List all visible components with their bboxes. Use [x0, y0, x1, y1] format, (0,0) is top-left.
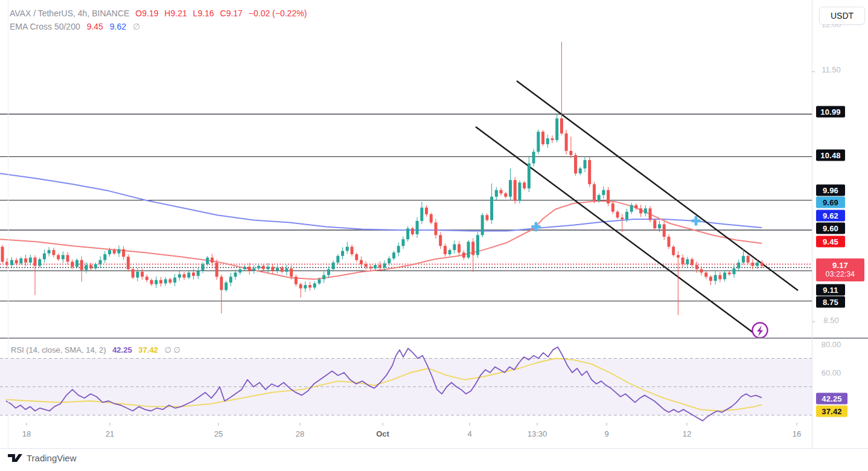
tradingview-logo-icon [7, 452, 23, 464]
candle-body [173, 278, 176, 283]
candle-body [649, 208, 652, 220]
candle-body [243, 267, 246, 269]
ema-cross-marker-icon [535, 222, 538, 231]
currency-toggle-label: USDT [831, 11, 854, 21]
candle-body [425, 208, 428, 214]
candle-body [718, 275, 721, 280]
candle-body [509, 180, 512, 197]
currency-toggle-button[interactable]: USDT [819, 7, 865, 25]
candle-body [663, 224, 666, 237]
candle-body [448, 250, 452, 254]
candle-body [71, 261, 74, 266]
candle-body [388, 258, 391, 263]
candle-body [621, 217, 624, 219]
candle-body [444, 246, 447, 254]
candle-body [19, 258, 22, 263]
candle-body [304, 285, 307, 289]
candle-body [145, 277, 148, 280]
ema-200-line[interactable] [0, 173, 762, 231]
candle-body [75, 260, 78, 267]
candle-body [187, 272, 190, 277]
candle-body [574, 155, 577, 173]
candle-body [113, 250, 116, 254]
candle-body [672, 247, 675, 255]
rsi-legend[interactable]: RSI (14, close, SMA, 14, 2) 42.25 37.42 … [11, 345, 185, 354]
candle-body [369, 267, 372, 269]
candle-body [127, 257, 130, 269]
ohlc-high: H9.21 [164, 8, 187, 18]
candle-body [630, 205, 633, 212]
candle-body [485, 215, 488, 220]
candle-body [299, 284, 302, 289]
candle-body [481, 215, 484, 235]
candle-body [704, 272, 707, 277]
candle-body [378, 265, 381, 268]
candle-body [751, 263, 754, 266]
candle-body [252, 268, 255, 271]
candle-body [518, 182, 521, 200]
symbol-title: AVAX / TetherUS, 4h, BINANCE [10, 8, 129, 18]
candle-body [24, 258, 27, 263]
candle-body [238, 269, 241, 273]
candle-body [737, 263, 740, 269]
candle-body [29, 258, 32, 263]
candle-body [132, 269, 135, 278]
symbol-legend[interactable]: AVAX / TetherUS, 4h, BINANCE O9.19 H9.21… [10, 8, 310, 18]
candle-body [742, 256, 745, 263]
candle-body [62, 255, 65, 259]
candle-body [178, 274, 181, 278]
candle-body [658, 224, 661, 228]
candle-body [15, 260, 18, 264]
candle-body [523, 182, 526, 188]
candle-body [588, 160, 591, 184]
candle-body [723, 272, 726, 279]
ema-empty-value: ∅ [133, 22, 140, 31]
candle-body [234, 272, 237, 277]
candle-body [229, 277, 232, 283]
candle-body [122, 249, 125, 257]
candle-body [57, 255, 60, 259]
candle-body [397, 246, 400, 252]
candle-body [80, 260, 83, 271]
rsi-legend-title: RSI (14, close, SMA, 14, 2) [11, 345, 106, 354]
candle-body [761, 263, 764, 266]
candle-body [611, 203, 614, 212]
candle-body [625, 212, 628, 219]
candle-body [695, 265, 698, 269]
candle-body [756, 263, 759, 266]
candle-body [634, 205, 637, 209]
candle-body [569, 151, 572, 155]
candle-body [467, 242, 470, 257]
candle-body [598, 195, 601, 201]
candle-body [514, 180, 517, 201]
candle-body [38, 259, 41, 266]
candle-body [118, 249, 121, 254]
candle-body [546, 138, 549, 144]
candle-body [714, 275, 717, 281]
candle-body [276, 268, 279, 271]
ohlc-open: O9.19 [135, 8, 158, 18]
candle-body [365, 264, 368, 267]
rsi-empty-values: ∅ ∅ [164, 345, 180, 354]
trendline-1[interactable] [517, 81, 798, 290]
candle-body [215, 263, 219, 277]
candle-body [103, 254, 106, 260]
candle-body [471, 242, 474, 255]
candle-body [136, 272, 139, 278]
candle-body [667, 237, 670, 247]
candle-body [290, 268, 293, 277]
candle-body [313, 283, 316, 287]
candle-body [462, 252, 465, 257]
candle-body [560, 118, 563, 133]
candlestick-chart-canvas[interactable] [0, 0, 868, 471]
candle-body [341, 251, 344, 256]
tradingview-branding[interactable]: TradingView [7, 452, 77, 464]
candle-body [420, 208, 423, 221]
candle-body [1, 247, 4, 262]
candle-body [453, 244, 456, 250]
ema-cross-legend[interactable]: EMA Cross 50/200 9.45 9.62 ∅ [10, 22, 144, 31]
candle-body [164, 279, 167, 283]
candle-body [677, 255, 680, 257]
candle-body [322, 275, 325, 280]
candle-body [52, 250, 55, 255]
